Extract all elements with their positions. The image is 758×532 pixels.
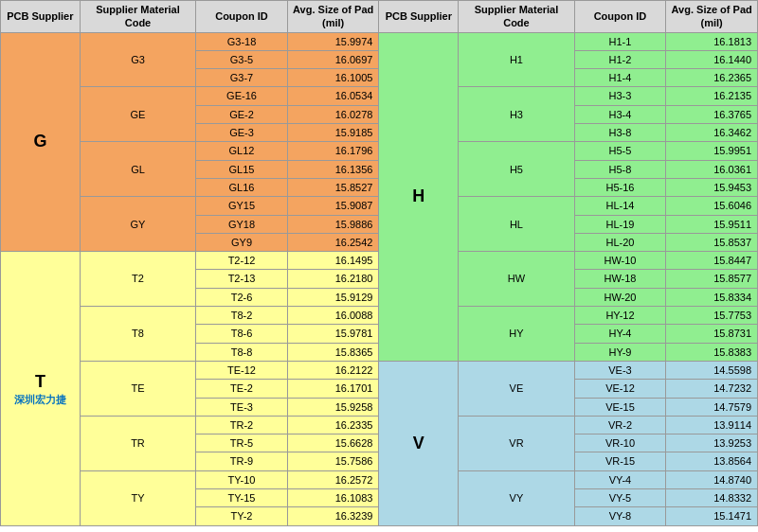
coupon-cell-left: G3-18 — [196, 32, 288, 50]
avg-cell-right: 15.8537 — [666, 233, 758, 251]
avg-cell-left: 16.2335 — [287, 416, 379, 434]
pcb-supplier-cell-left: T深圳宏力捷 — [1, 252, 81, 525]
coupon-cell-right: HW-18 — [574, 270, 666, 288]
coupon-cell-right: VE-15 — [574, 398, 666, 416]
coupon-cell-left: TY-15 — [196, 489, 288, 507]
avg-cell-right: 16.2365 — [666, 69, 758, 87]
pcb-t-label: T — [4, 371, 77, 393]
coupon-cell-right: HW-20 — [574, 288, 666, 306]
header-avg-left: Avg. Size of Pad (mil) — [287, 1, 379, 33]
avg-cell-right: 14.7579 — [666, 398, 758, 416]
avg-cell-left: 16.2122 — [287, 361, 379, 379]
avg-cell-right: 16.2135 — [666, 87, 758, 105]
smc-cell-right: VE — [459, 361, 574, 416]
coupon-cell-right: H1-1 — [574, 32, 666, 50]
avg-cell-left: 16.1495 — [287, 252, 379, 270]
avg-cell-right: 15.8334 — [666, 288, 758, 306]
avg-cell-right: 15.8577 — [666, 270, 758, 288]
smc-cell-right: HL — [459, 197, 574, 252]
coupon-cell-left: TY-10 — [196, 470, 288, 488]
pcb-supplier-cell-left: G — [1, 32, 81, 252]
header-cid-right: Coupon ID — [574, 1, 666, 33]
avg-cell-right: 15.8383 — [666, 343, 758, 361]
avg-cell-right: 14.8740 — [666, 470, 758, 488]
coupon-cell-left: GE-2 — [196, 105, 288, 123]
smc-cell-right: VY — [459, 470, 574, 525]
coupon-cell-left: G3-5 — [196, 50, 288, 68]
avg-cell-left: 15.9781 — [287, 325, 379, 343]
coupon-cell-right: VR-15 — [574, 452, 666, 470]
header-smc-left: Supplier Material Code — [80, 1, 195, 33]
coupon-cell-right: HY-12 — [574, 307, 666, 325]
avg-cell-left: 15.9087 — [287, 197, 379, 215]
coupon-cell-left: TR-5 — [196, 434, 288, 452]
avg-cell-left: 16.3239 — [287, 507, 379, 525]
avg-cell-right: 16.1813 — [666, 32, 758, 50]
avg-cell-right: 15.8731 — [666, 325, 758, 343]
avg-cell-right: 13.9114 — [666, 416, 758, 434]
coupon-cell-left: T8-8 — [196, 343, 288, 361]
coupon-cell-right: H5-5 — [574, 142, 666, 160]
header-pcb-left: PCB Supplier — [1, 1, 81, 33]
avg-cell-right: 16.3765 — [666, 105, 758, 123]
smc-cell-left: GL — [80, 142, 195, 197]
avg-cell-left: 15.9886 — [287, 215, 379, 233]
avg-cell-left: 16.1356 — [287, 160, 379, 178]
coupon-cell-right: VR-10 — [574, 434, 666, 452]
avg-cell-right: 15.9951 — [666, 142, 758, 160]
coupon-cell-right: H3-4 — [574, 105, 666, 123]
smc-cell-right: H5 — [459, 142, 574, 197]
header-avg-right: Avg. Size of Pad (mil) — [666, 1, 758, 33]
smc-cell-left: TR — [80, 416, 195, 470]
coupon-cell-left: TR-2 — [196, 416, 288, 434]
coupon-cell-left: GY18 — [196, 215, 288, 233]
coupon-cell-left: GL15 — [196, 160, 288, 178]
coupon-cell-left: TR-9 — [196, 452, 288, 470]
coupon-cell-right: H3-3 — [574, 87, 666, 105]
coupon-cell-left: GY9 — [196, 233, 288, 251]
avg-cell-right: 15.8447 — [666, 252, 758, 270]
smc-cell-left: GY — [80, 197, 195, 252]
pcb-supplier-cell-right: H — [379, 32, 459, 361]
avg-cell-left: 16.2572 — [287, 470, 379, 488]
header-smc-right: Supplier Material Code — [459, 1, 574, 33]
coupon-cell-right: VE-3 — [574, 361, 666, 379]
avg-cell-right: 15.9453 — [666, 178, 758, 196]
avg-cell-left: 16.0088 — [287, 307, 379, 325]
coupon-cell-left: GL16 — [196, 178, 288, 196]
avg-cell-left: 16.1796 — [287, 142, 379, 160]
avg-cell-left: 15.9185 — [287, 124, 379, 142]
coupon-cell-left: TE-3 — [196, 398, 288, 416]
smc-cell-left: T8 — [80, 307, 195, 362]
coupon-cell-left: GL12 — [196, 142, 288, 160]
smc-cell-left: G3 — [80, 32, 195, 87]
coupon-cell-left: G3-7 — [196, 69, 288, 87]
header-pcb-right: PCB Supplier — [379, 1, 459, 33]
avg-cell-left: 15.9974 — [287, 32, 379, 50]
coupon-cell-left: T8-6 — [196, 325, 288, 343]
avg-cell-right: 15.9511 — [666, 215, 758, 233]
avg-cell-left: 15.9129 — [287, 288, 379, 306]
avg-cell-right: 16.0361 — [666, 160, 758, 178]
coupon-cell-right: H5-8 — [574, 160, 666, 178]
avg-cell-left: 15.7586 — [287, 452, 379, 470]
coupon-cell-right: HW-10 — [574, 252, 666, 270]
smc-cell-left: T2 — [80, 252, 195, 307]
smc-cell-right: H1 — [459, 32, 574, 87]
avg-cell-left: 16.1005 — [287, 69, 379, 87]
avg-cell-right: 16.3462 — [666, 124, 758, 142]
coupon-cell-right: H3-8 — [574, 124, 666, 142]
coupon-cell-left: TE-12 — [196, 361, 288, 379]
coupon-cell-left: GE-3 — [196, 124, 288, 142]
coupon-cell-right: HY-9 — [574, 343, 666, 361]
avg-cell-left: 16.2542 — [287, 233, 379, 251]
avg-cell-right: 13.8564 — [666, 452, 758, 470]
avg-cell-right: 13.9253 — [666, 434, 758, 452]
coupon-cell-left: T8-2 — [196, 307, 288, 325]
avg-cell-right: 14.5598 — [666, 361, 758, 379]
coupon-cell-left: GE-16 — [196, 87, 288, 105]
avg-cell-right: 14.7232 — [666, 380, 758, 398]
coupon-cell-left: T2-6 — [196, 288, 288, 306]
coupon-cell-right: H1-4 — [574, 69, 666, 87]
avg-cell-left: 16.0534 — [287, 87, 379, 105]
